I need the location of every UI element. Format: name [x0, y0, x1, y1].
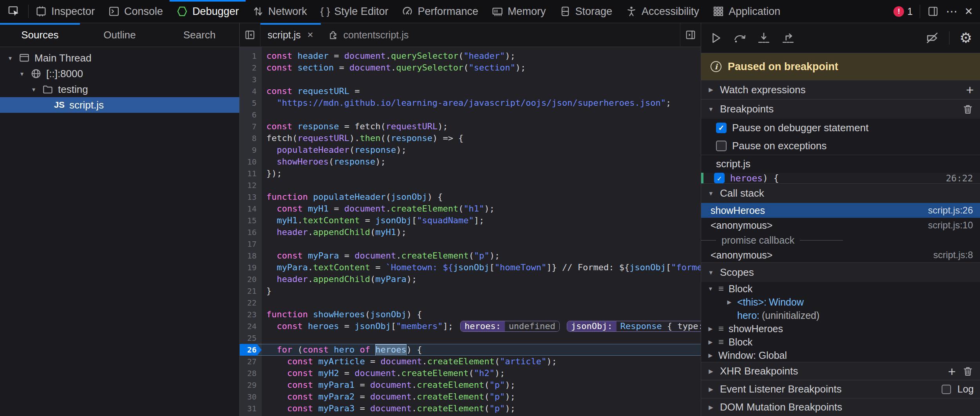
code-line[interactable]: 18 const myPara = document.createElement…: [240, 250, 701, 262]
line-number[interactable]: 16: [240, 226, 262, 238]
line-number[interactable]: 24: [240, 320, 262, 332]
event-listener-breakpoints-header[interactable]: ▶ Event Listener Breakpoints Log: [701, 380, 980, 398]
tab-accessibility[interactable]: Accessibility: [619, 0, 706, 23]
code-line[interactable]: 27 const myArticle = document.createElem…: [240, 356, 701, 367]
code-line[interactable]: 7const response = fetch(requestURL);: [240, 121, 701, 132]
tree-item-main-thread[interactable]: ▾ Main Thread: [0, 50, 239, 66]
checkbox-checked[interactable]: ✓: [716, 123, 727, 133]
twisty-icon[interactable]: ▾: [30, 86, 38, 93]
line-number[interactable]: 22: [240, 297, 262, 309]
tab-outline[interactable]: Outline: [80, 23, 160, 47]
tab-performance[interactable]: Performance: [395, 0, 485, 23]
inline-variable-preview[interactable]: heroes:undefined: [460, 321, 560, 332]
twisty-icon[interactable]: ▼: [707, 190, 714, 197]
line-number[interactable]: 25: [240, 332, 262, 344]
line-number[interactable]: 14: [240, 203, 262, 215]
twisty-icon[interactable]: ▼: [707, 106, 714, 112]
line-number[interactable]: 19: [240, 262, 262, 273]
log-checkbox-unchecked[interactable]: [942, 385, 951, 394]
line-number[interactable]: 6: [240, 109, 262, 121]
twisty-icon[interactable]: ▶: [726, 299, 732, 305]
code-line[interactable]: 8fetch(requestURL).then((response) => {: [240, 132, 701, 144]
tab-memory[interactable]: Memory: [485, 0, 553, 23]
code-line[interactable]: 1const header = document.querySelector("…: [240, 50, 701, 62]
twisty-icon[interactable]: ▶: [707, 386, 714, 393]
tree-item-folder-testing[interactable]: ▾ testing: [0, 81, 239, 97]
line-number[interactable]: 23: [240, 309, 262, 320]
xhr-breakpoints-header[interactable]: ▶ XHR Breakpoints +: [701, 362, 980, 380]
tree-item-host[interactable]: ▾ [::]:8000: [0, 66, 239, 81]
tab-inspector[interactable]: Inspector: [29, 0, 101, 23]
code-line[interactable]: 16 header.appendChild(myH1);: [240, 226, 701, 238]
code-line[interactable]: 6: [240, 109, 701, 121]
code-line[interactable]: 28 const myH2 = document.createElement("…: [240, 367, 701, 379]
code-line[interactable]: 14 const myH1 = document.createElement("…: [240, 203, 701, 215]
line-number[interactable]: 1: [240, 50, 262, 62]
twisty-icon[interactable]: ▶: [707, 352, 714, 358]
code-line[interactable]: 25: [240, 332, 701, 344]
pause-on-debugger-statement-option[interactable]: ✓ Pause on debugger statement: [701, 119, 980, 137]
twisty-icon[interactable]: ▶: [707, 339, 714, 345]
code-line[interactable]: 23function showHeroes(jsonObj) {: [240, 309, 701, 320]
scopes-header[interactable]: ▼ Scopes: [701, 262, 980, 282]
editor-tab-contentscript[interactable]: contentscript.js: [321, 23, 416, 47]
tab-debugger[interactable]: Debugger: [170, 0, 246, 23]
collapse-sources-pane-button[interactable]: [240, 23, 260, 47]
dom-mutation-breakpoints-header[interactable]: ▶ DOM Mutation Breakpoints: [701, 398, 980, 416]
line-number[interactable]: 8: [240, 132, 262, 144]
editor-tab-scriptjs[interactable]: script.js ✕: [260, 23, 321, 47]
code-editor[interactable]: 1const header = document.querySelector("…: [240, 47, 701, 416]
line-number[interactable]: 5: [240, 97, 262, 109]
line-number[interactable]: 17: [240, 238, 262, 250]
code-line[interactable]: 17: [240, 238, 701, 250]
line-number[interactable]: 9: [240, 144, 262, 156]
checkbox-unchecked[interactable]: [716, 141, 727, 151]
watch-expressions-header[interactable]: ▶ Watch expressions +: [701, 80, 980, 99]
close-icon[interactable]: ✕: [964, 6, 973, 16]
scope-window-global[interactable]: ▶ Window: Global: [701, 349, 980, 362]
code-line[interactable]: 11});: [240, 168, 701, 179]
code-line[interactable]: 2const section = document.querySelector(…: [240, 62, 701, 74]
code-line[interactable]: 15 myH1.textContent = jsonObj["squadName…: [240, 215, 701, 226]
code-line[interactable]: 31 const myPara3 = document.createElemen…: [240, 403, 701, 414]
code-line[interactable]: 26 for (const hero of heroes) {: [240, 344, 701, 356]
breakpoints-header[interactable]: ▼ Breakpoints: [701, 99, 980, 119]
code-line[interactable]: 29 const myPara1 = document.createElemen…: [240, 379, 701, 391]
line-number[interactable]: 18: [240, 250, 262, 262]
step-over-button[interactable]: [732, 31, 747, 45]
error-badge[interactable]: ! 1: [893, 6, 913, 17]
tab-style-editor[interactable]: { } Style Editor: [314, 0, 395, 23]
code-line[interactable]: 9 populateHeader(response);: [240, 144, 701, 156]
line-number[interactable]: 3: [240, 74, 262, 85]
stack-frame-group[interactable]: promise callback: [701, 233, 980, 248]
call-stack-header[interactable]: ▼ Call stack: [701, 183, 980, 203]
pause-on-exceptions-option[interactable]: Pause on exceptions: [701, 137, 980, 155]
twisty-icon[interactable]: ▼: [707, 269, 714, 276]
line-number[interactable]: 15: [240, 215, 262, 226]
line-number[interactable]: 2: [240, 62, 262, 74]
code-line[interactable]: 4const requestURL =: [240, 85, 701, 97]
line-number[interactable]: 30: [240, 391, 262, 403]
breakpoint-checkbox[interactable]: ✓: [714, 173, 725, 183]
line-number[interactable]: 13: [240, 191, 262, 203]
code-line[interactable]: 21}: [240, 285, 701, 297]
step-in-button[interactable]: [757, 31, 771, 45]
stack-frame[interactable]: showHeroes script.js:26: [701, 203, 980, 218]
add-watch-expression-button[interactable]: +: [966, 83, 974, 96]
code-line[interactable]: 30 const myPara2 = document.createElemen…: [240, 391, 701, 403]
line-number[interactable]: 31: [240, 403, 262, 414]
line-number[interactable]: 12: [240, 179, 262, 191]
remove-breakpoints-trash-icon[interactable]: [962, 103, 974, 115]
resume-button[interactable]: [709, 31, 722, 45]
line-number[interactable]: 7: [240, 121, 262, 132]
stack-frame[interactable]: <anonymous> script.js:8: [701, 248, 980, 262]
pick-element-button[interactable]: [0, 0, 28, 23]
settings-gear-icon[interactable]: ⚙: [960, 31, 972, 45]
line-number[interactable]: 29: [240, 379, 262, 391]
tab-application[interactable]: Application: [706, 0, 787, 23]
code-line[interactable]: 20 header.appendChild(myPara);: [240, 273, 701, 285]
line-number[interactable]: 28: [240, 367, 262, 379]
step-out-button[interactable]: [781, 31, 795, 45]
twisty-icon[interactable]: ▼: [707, 286, 714, 292]
inline-variable-preview[interactable]: jsonObj:Response { type: "cors", url: "h…: [567, 321, 701, 332]
